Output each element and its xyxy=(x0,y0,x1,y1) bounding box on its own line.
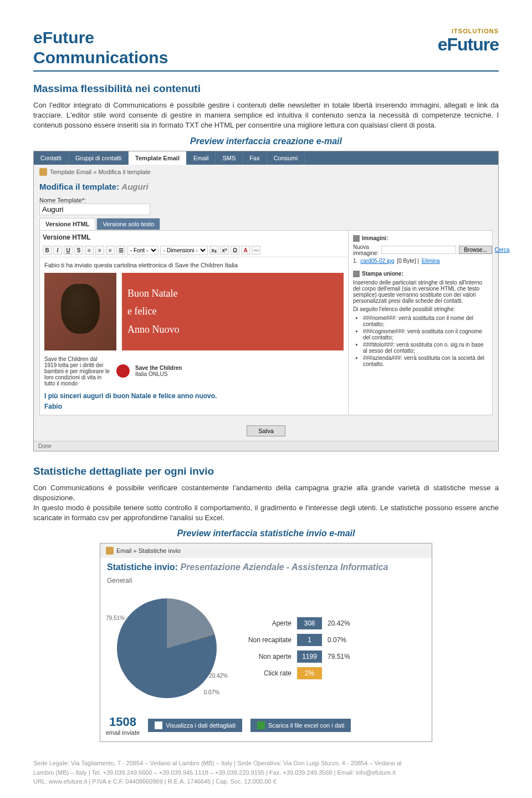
strike-button[interactable]: S xyxy=(74,246,83,255)
align-left-button[interactable]: ≡ xyxy=(85,246,94,255)
version-label: Versione HTML xyxy=(40,231,348,244)
align-center-button[interactable]: ≡ xyxy=(95,246,104,255)
pie-chart: 79.51% 20.42% 0.07% xyxy=(106,593,228,704)
template-title: Modifica il template: Auguri xyxy=(34,179,498,194)
section2-text: Con Communications è possibile verificar… xyxy=(33,483,499,523)
stats-footer: 1508 email inviate Visualizza i dati det… xyxy=(100,709,432,741)
doc-title: eFuture Communications xyxy=(33,28,168,68)
bold-button[interactable]: B xyxy=(43,246,52,255)
file-link[interactable]: card05-02.jpg xyxy=(360,258,394,264)
stc-name: Save the Children xyxy=(135,365,182,371)
message-line1: I più sinceri auguri di buon Natale e fe… xyxy=(44,392,344,400)
tab-consumi[interactable]: Consumi xyxy=(267,151,305,165)
pie-label-2: 20.42% xyxy=(209,673,228,679)
pc-line2: e felice xyxy=(127,302,338,320)
italic-button[interactable]: I xyxy=(53,246,62,255)
images-section: Immagini: Nuova immagine: Browse... Cerc… xyxy=(353,235,488,264)
save-row: Salva xyxy=(34,421,498,441)
footer-l3: URL: www.efuture.it | P.IVA e C.F. 04408… xyxy=(33,777,499,786)
btn2-label: Scarica il file excel con i dati xyxy=(268,722,345,729)
stat-value: 1199 xyxy=(297,650,322,663)
merge-item: ###nome###: verrà sostituita con il nome… xyxy=(363,315,488,327)
name-label: Nome Template*: xyxy=(39,197,493,204)
pie-label-1: 79.51% xyxy=(106,615,125,621)
tab-gruppi[interactable]: Gruppi di contatti xyxy=(69,151,129,165)
tab-sms[interactable]: SMS xyxy=(216,151,243,165)
merge-section: Stampa unione: Inserendo delle particola… xyxy=(353,271,488,367)
section1-text: Con l'editor integrato di Communications… xyxy=(33,100,499,131)
pie-label-3: 0.07% xyxy=(204,689,219,695)
sup-button[interactable]: x² xyxy=(220,246,229,255)
browse-button[interactable]: Browse... xyxy=(459,246,492,254)
more-button[interactable]: ⋯ xyxy=(252,246,260,255)
search-link[interactable]: Cerca xyxy=(495,247,510,253)
total-label: email inviate xyxy=(106,729,140,736)
merge-list: ###nome###: verrà sostituita con il nome… xyxy=(353,315,488,367)
tab-fax[interactable]: Fax xyxy=(243,151,267,165)
page-footer: Sede Legale: Via Tagliamento, 7 - 20854 … xyxy=(33,759,499,786)
align-right-button[interactable]: ≡ xyxy=(106,246,115,255)
stats-breadcrumb: Email » Statistiche invio xyxy=(100,543,432,558)
tab-contatti[interactable]: Contatti xyxy=(34,151,69,165)
status-bar: Done xyxy=(34,441,498,451)
tab-email[interactable]: Email xyxy=(187,151,216,165)
stats-preview: Email » Statistiche invio Statistiche in… xyxy=(100,543,432,742)
stc-sub: Italia ONLUS xyxy=(135,371,167,377)
stats-body: 79.51% 20.42% 0.07% Aperte 308 20.42% No… xyxy=(100,587,432,709)
magnify-icon xyxy=(155,721,162,729)
subtab-html[interactable]: Versione HTML xyxy=(39,218,95,230)
tab-template[interactable]: Template Email xyxy=(129,151,187,165)
breadcrumb: Template Email » Modifica il template xyxy=(34,165,498,179)
logo-text: eFuture xyxy=(438,34,499,55)
stat-value: 2% xyxy=(297,667,322,679)
stc-row: Save the Children dal 1919 lotta per i d… xyxy=(44,356,344,387)
delete-link[interactable]: Elimina xyxy=(422,258,440,264)
stat-label: Non recapitate xyxy=(236,636,291,644)
file-size: [0 Byte] | xyxy=(397,258,419,264)
pie-graphic xyxy=(117,598,217,698)
merge-text: Inserendo delle particolari stringhe di … xyxy=(353,279,488,304)
email-editor-preview: Contatti Gruppi di contatti Template Ema… xyxy=(33,151,499,451)
section1-title: Massima flessibilità nei contenuti xyxy=(33,83,499,95)
preview2-title: Preview interfaccia statistiche invio e-… xyxy=(33,528,499,538)
template-name-input[interactable] xyxy=(39,204,150,215)
editor-sidebar: Immagini: Nuova immagine: Browse... Cerc… xyxy=(348,231,492,415)
size-select[interactable]: - Dimensioni - xyxy=(160,246,208,255)
stats-bc-text: Email » Statistiche invio xyxy=(116,547,181,554)
image-icon xyxy=(353,235,360,242)
breadcrumb-text: Template Email » Modifica il template xyxy=(50,169,151,175)
color-button[interactable]: A xyxy=(241,246,250,255)
intro-line: Fabio ti ha inviato questa cartolina ele… xyxy=(44,262,344,268)
subtab-text[interactable]: Versione solo testo xyxy=(96,218,160,230)
view-details-button[interactable]: Visualizza i dati dettagliati xyxy=(148,719,242,732)
sub-button[interactable]: x₂ xyxy=(209,246,218,255)
version-tabs: Versione HTML Versione solo testo xyxy=(34,218,498,230)
pc-line1: Buon Natale xyxy=(127,284,338,302)
logo: ITSOLUTIONS eFuture xyxy=(438,28,499,55)
message-line2: Fabio xyxy=(44,403,344,410)
editor-toolbar: B I U S ≡ ≡ ≡ ☰ - Font - - Dimensioni - … xyxy=(40,244,348,257)
download-excel-button[interactable]: Scarica il file excel con i dati xyxy=(250,719,351,732)
merge-title: Stampa unione: xyxy=(362,271,403,277)
stc-text: Save the Children dal 1919 lotta per i d… xyxy=(44,356,111,387)
merge-item: ###titolo###: verrà sostituita con o. si… xyxy=(363,342,488,354)
save-button[interactable]: Salva xyxy=(247,425,285,436)
underline-button[interactable]: U xyxy=(64,246,73,255)
omega-button[interactable]: Ω xyxy=(231,246,239,255)
content-area[interactable]: Fabio ti ha inviato questa cartolina ele… xyxy=(40,257,348,415)
editor-left: Versione HTML B I U S ≡ ≡ ≡ ☰ - Font - -… xyxy=(40,231,348,415)
font-select[interactable]: - Font - xyxy=(127,246,158,255)
merge-text2: Di seguito l'elenco delle possibili stri… xyxy=(353,306,488,312)
image-path-input[interactable] xyxy=(381,246,456,254)
postcard-image xyxy=(44,273,116,350)
footer-l1: Sede Legale: Via Tagliamento, 7 - 20854 … xyxy=(33,759,499,768)
stats-title-prefix: Statistiche invio: xyxy=(107,562,180,572)
stat-pct: 20.42% xyxy=(328,619,350,627)
email-icon xyxy=(106,547,114,555)
merge-item: ###cognome###: verrà sostituita con il c… xyxy=(363,328,488,340)
list-button[interactable]: ☰ xyxy=(116,246,125,255)
excel-icon xyxy=(257,721,265,729)
stat-value: 1 xyxy=(297,634,322,646)
nav-tabs: Contatti Gruppi di contatti Template Ema… xyxy=(34,151,498,165)
editor-area: Versione HTML B I U S ≡ ≡ ≡ ☰ - Font - -… xyxy=(39,230,493,415)
